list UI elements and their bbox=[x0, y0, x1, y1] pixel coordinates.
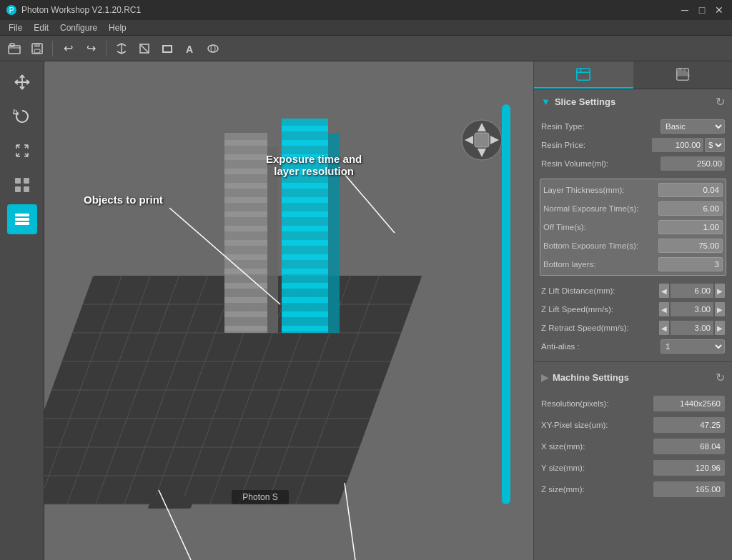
svg-rect-16 bbox=[24, 186, 29, 192]
close-button[interactable]: ✕ bbox=[712, 3, 726, 17]
machine-settings-header[interactable]: ▶ Machine Settings ↻ bbox=[534, 365, 732, 390]
off-time-input[interactable] bbox=[658, 220, 723, 234]
svg-rect-69 bbox=[282, 226, 328, 231]
main-layout: Photon S Objects to print bbox=[0, 61, 732, 560]
svg-point-11 bbox=[208, 45, 218, 52]
tool-move[interactable] bbox=[7, 67, 37, 97]
z-lift-distance-stepper: ◀ ▶ bbox=[659, 284, 725, 298]
slice-settings-refresh[interactable]: ↻ bbox=[716, 95, 725, 109]
anti-alias-row: Anti-alias : 1 2 4 8 bbox=[541, 337, 725, 356]
tool-rotate[interactable] bbox=[7, 101, 37, 131]
x-size-input[interactable] bbox=[653, 439, 725, 454]
xy-pixel-input[interactable] bbox=[653, 417, 725, 433]
z-retract-speed-input[interactable] bbox=[671, 321, 713, 335]
svg-rect-60 bbox=[267, 147, 278, 333]
rect-button[interactable] bbox=[157, 39, 177, 59]
resin-type-select[interactable]: Basic bbox=[661, 119, 725, 134]
z-retract-speed-label: Z Retract Speed(mm/s): bbox=[541, 324, 659, 332]
app-icon: P bbox=[6, 4, 17, 16]
machine-settings-refresh[interactable]: ↻ bbox=[716, 371, 725, 384]
svg-rect-74 bbox=[282, 297, 328, 303]
x-size-label: X size(mm): bbox=[541, 442, 653, 451]
normal-exposure-input[interactable] bbox=[658, 201, 723, 216]
svg-rect-13 bbox=[15, 178, 21, 184]
anti-alias-select[interactable]: 1 2 4 8 bbox=[661, 339, 725, 354]
tool-grid[interactable] bbox=[7, 170, 37, 200]
machine-settings-form: Resolution(pixels): XY-Pixel size(um): X… bbox=[534, 390, 732, 503]
tool-layers[interactable] bbox=[7, 204, 37, 234]
svg-rect-56 bbox=[224, 283, 267, 289]
bottom-exposure-input[interactable] bbox=[658, 239, 723, 253]
z-retract-speed-dec[interactable]: ◀ bbox=[659, 321, 669, 335]
panel-tabs bbox=[534, 61, 732, 89]
layer-thickness-input[interactable] bbox=[658, 183, 723, 197]
svg-text:Photon S: Photon S bbox=[242, 492, 277, 502]
y-size-input[interactable] bbox=[653, 460, 725, 476]
svg-rect-73 bbox=[282, 283, 328, 289]
svg-rect-17 bbox=[15, 214, 29, 216]
resin-price-input[interactable] bbox=[652, 138, 703, 152]
titlebar: P Photon Workshop V2.1.20.RC1 ─ □ ✕ bbox=[0, 0, 732, 20]
save-button[interactable] bbox=[27, 39, 47, 59]
xy-pixel-row: XY-Pixel size(um): bbox=[541, 414, 725, 436]
menu-help[interactable]: Help bbox=[103, 21, 132, 34]
restore-button[interactable]: □ bbox=[695, 3, 709, 17]
resin-price-unit-select[interactable]: $ bbox=[705, 138, 725, 152]
svg-rect-67 bbox=[282, 197, 328, 203]
svg-rect-5 bbox=[34, 44, 40, 47]
z-size-label: Z size(mm): bbox=[541, 485, 653, 494]
svg-rect-72 bbox=[282, 269, 328, 274]
anti-alias-label: Anti-alias : bbox=[541, 342, 661, 351]
menu-configure[interactable]: Configure bbox=[54, 21, 103, 34]
viewport[interactable]: Photon S Objects to print bbox=[44, 61, 533, 560]
redo-button[interactable]: ↪ bbox=[81, 39, 101, 59]
svg-rect-68 bbox=[282, 211, 328, 217]
bottom-exposure-label: Bottom Exposure Time(s): bbox=[543, 241, 658, 250]
sphere-button[interactable] bbox=[203, 39, 223, 59]
slice-settings-header[interactable]: ▼ Slice Settings ↻ bbox=[534, 89, 732, 114]
z-lift-speed-input[interactable] bbox=[671, 302, 713, 316]
z-lift-speed-label: Z Lift Speed(mm/s): bbox=[541, 305, 659, 314]
z-lift-speed-inc[interactable]: ▶ bbox=[715, 302, 725, 316]
svg-rect-6 bbox=[34, 49, 40, 53]
resin-volume-label: Resin Volume(ml): bbox=[541, 159, 661, 168]
resin-price-label: Resin Price: bbox=[541, 141, 652, 149]
resin-volume-input[interactable] bbox=[661, 156, 725, 171]
minimize-button[interactable]: ─ bbox=[678, 3, 692, 17]
z-lift-distance-inc[interactable]: ▶ bbox=[715, 284, 725, 298]
menu-file[interactable]: File bbox=[3, 21, 28, 34]
z-lift-speed-row: Z Lift Speed(mm/s): ◀ ▶ bbox=[541, 300, 725, 319]
svg-rect-44 bbox=[148, 496, 196, 509]
z-settings-form: Z Lift Distance(mm): ◀ ▶ Z Lift Speed(mm… bbox=[534, 279, 732, 359]
open-button[interactable] bbox=[4, 39, 24, 59]
z-lift-distance-dec[interactable]: ◀ bbox=[659, 284, 669, 298]
off-time-label: Off Time(s): bbox=[543, 223, 658, 231]
z-retract-speed-row: Z Retract Speed(mm/s): ◀ ▶ bbox=[541, 319, 725, 337]
3d-scene: Photon S bbox=[44, 61, 533, 560]
undo-button[interactable]: ↩ bbox=[58, 39, 78, 59]
tool-scale[interactable] bbox=[7, 136, 37, 166]
y-size-row: Y size(mm): bbox=[541, 457, 725, 479]
tab-preview[interactable] bbox=[633, 61, 733, 89]
machine-settings-arrow: ▶ bbox=[541, 372, 548, 383]
svg-rect-63 bbox=[282, 140, 328, 146]
mirror-button[interactable] bbox=[112, 39, 132, 59]
toolbar-separator-2 bbox=[106, 41, 107, 56]
toolbar-separator-1 bbox=[52, 41, 53, 56]
bottom-layers-label: Bottom layers: bbox=[543, 260, 658, 269]
menu-edit[interactable]: Edit bbox=[28, 21, 54, 34]
cut-button[interactable] bbox=[134, 39, 154, 59]
z-retract-speed-inc[interactable]: ▶ bbox=[715, 321, 725, 335]
svg-rect-50 bbox=[224, 197, 267, 203]
svg-rect-70 bbox=[282, 240, 328, 246]
svg-rect-77 bbox=[328, 133, 340, 333]
text-button[interactable]: A bbox=[180, 39, 200, 59]
z-size-input[interactable] bbox=[653, 481, 725, 497]
z-lift-distance-input[interactable] bbox=[671, 284, 713, 298]
tab-settings[interactable] bbox=[534, 61, 633, 89]
layer-thickness-label: Layer Thickness(mm): bbox=[543, 186, 658, 194]
resolution-input[interactable] bbox=[653, 396, 725, 411]
z-lift-speed-dec[interactable]: ◀ bbox=[659, 302, 669, 316]
bottom-layers-input[interactable] bbox=[658, 257, 723, 271]
svg-rect-49 bbox=[224, 183, 267, 189]
